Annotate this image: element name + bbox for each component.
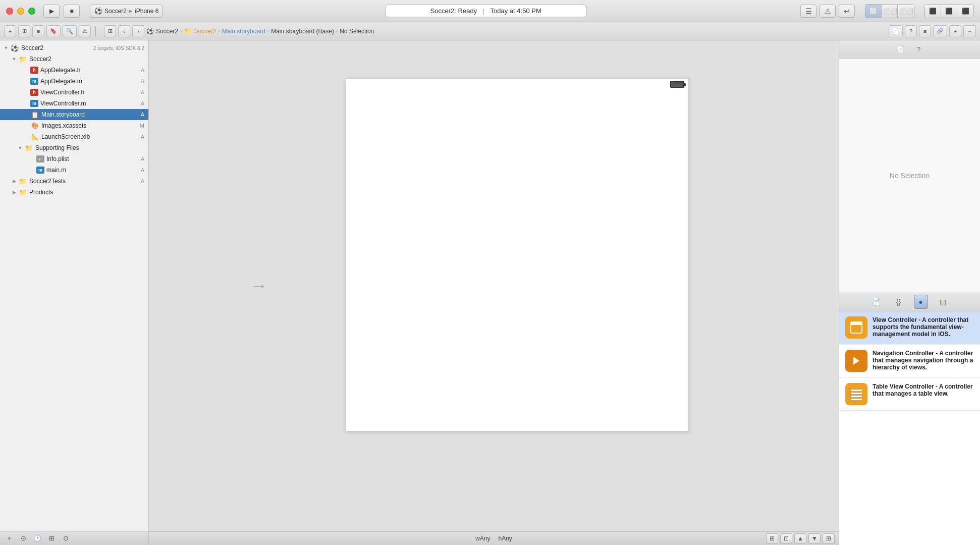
tree-item-soccer2-folder[interactable]: 📁 Soccer2 [0, 53, 148, 65]
add-plus-button[interactable]: → [963, 25, 976, 37]
iphone-frame[interactable] [346, 78, 689, 431]
breadcrumb-folder[interactable]: Soccer2 [194, 28, 216, 35]
bookmark-add-button[interactable]: + [949, 25, 961, 37]
tree-item-launchscreen[interactable]: 📐 LaunchScreen.xib A [0, 131, 148, 142]
object-library-toolbar: 📄 {} ● ▤ [839, 293, 980, 311]
file-tab[interactable]: 📄 [869, 295, 884, 309]
tree-item-viewcontroller-h[interactable]: h ViewController.h A [0, 87, 148, 98]
tree-label-appdelegate-m: AppDelegate.m [40, 78, 139, 85]
scheme-selector[interactable]: ⚽ Soccer2 ▶ iPhone 6 [90, 5, 163, 18]
tree-badge-viewcontroller-m: A [141, 100, 144, 106]
navigator-panel-button[interactable]: ⬛ [925, 5, 941, 18]
view-controller-item[interactable]: View Controller - A controller that supp… [839, 311, 980, 345]
bottom-zoom-fit-button[interactable]: ⊡ [780, 533, 792, 543]
breadcrumb-storyboard[interactable]: Main.storyboard [222, 28, 265, 35]
tree-item-main-storyboard[interactable]: 📋 Main.storyboard A [0, 109, 148, 120]
table-view-controller-item[interactable]: Table View Controller - A controller tha… [839, 378, 980, 411]
stop-button[interactable]: ■ [64, 5, 80, 18]
sidebar-recent-button[interactable]: 🕐 [32, 533, 42, 543]
tree-item-images-xcassets[interactable]: 🎨 Images.xcassets M [0, 120, 148, 131]
hierarchy-button[interactable]: ≡ [32, 25, 44, 37]
utilities-panel-button[interactable]: ⬛ [957, 5, 973, 18]
find-button[interactable]: 🔍 [63, 25, 77, 37]
project-icon: ⚽ [10, 44, 19, 52]
navigation-controller-item[interactable]: Navigation Controller - A controller tha… [839, 345, 980, 378]
svg-rect-6 [851, 399, 862, 400]
navigation-controller-info: Navigation Controller - A controller tha… [873, 350, 974, 372]
related-files-button[interactable]: ≡ [919, 25, 931, 37]
main-m-icon: m [36, 167, 44, 174]
add-button[interactable]: + [4, 25, 16, 37]
close-button[interactable] [6, 8, 13, 15]
right-panel: 📄 ? No Selection 📄 {} ● ▤ [839, 40, 980, 545]
run-button[interactable]: ▶ [43, 5, 60, 18]
status-time: Today at 4:50 PM [491, 7, 541, 15]
sidebar-bottom-bar: + ⊙ 🕐 ⊞ ⊙ [0, 531, 148, 545]
help-button[interactable]: ? [905, 25, 917, 37]
warning-button[interactable]: ⚠ [820, 5, 836, 18]
tree-item-products[interactable]: 📁 Products [0, 187, 148, 198]
titlebar-right: ☰ ⚠ ↩ ⬜ ⬜⬜ ⬜⬜ ⬛ ⬛ ⬛ [800, 4, 974, 18]
bookmark-button[interactable]: 🔖 [46, 25, 61, 37]
tree-item-supporting-files[interactable]: 📁 Supporting Files [0, 142, 148, 153]
appdelegate-m-icon: m [30, 78, 38, 85]
new-file-button[interactable]: 📄 [889, 25, 903, 37]
debug-panel-button[interactable]: ⬛ [941, 5, 957, 18]
filter-sidebar-button[interactable]: ⊙ [18, 533, 28, 543]
breadcrumb-back[interactable]: ‹ [118, 25, 130, 37]
breadcrumb-project[interactable]: Soccer2 [156, 28, 178, 35]
bottom-zoom-out-button[interactable]: ▼ [808, 533, 821, 543]
tree-label-main-storyboard: Main.storyboard [41, 111, 139, 118]
sidebar-view-button[interactable]: ⊞ [46, 533, 57, 543]
soccer2tests-icon: 📁 [18, 177, 27, 185]
back-forward-button[interactable]: ↩ [839, 5, 855, 18]
bottom-full-button[interactable]: ⊞ [823, 533, 835, 543]
file-inspector-tab[interactable]: 📄 [894, 43, 908, 56]
inspector-top-tabs: 📄 ? [839, 40, 980, 59]
fullscreen-button[interactable] [28, 8, 35, 15]
storyboard-icon: 📋 [30, 111, 39, 119]
object-library-tab[interactable]: ● [914, 295, 928, 309]
titlebar: ▶ ■ ⚽ Soccer2 ▶ iPhone 6 Soccer2: Ready … [0, 0, 980, 22]
breadcrumb-storyboard-base[interactable]: Main.storyboard (Base) [271, 28, 334, 35]
tree-item-viewcontroller-m[interactable]: m ViewController.m A [0, 98, 148, 109]
appdelegate-h-icon: h [30, 67, 38, 74]
tree-badge-main-storyboard: A [141, 112, 144, 118]
sidebar-localize-button[interactable]: ⊙ [61, 533, 71, 543]
bottom-layout-button[interactable]: ⊞ [766, 533, 778, 543]
tree-item-appdelegate-m[interactable]: m AppDelegate.m A [0, 76, 148, 87]
no-selection-text: No Selection [890, 172, 930, 180]
main-toolbar-controls: ▶ ■ [43, 5, 80, 18]
assistant-editor-button[interactable]: ⬜⬜ [882, 5, 898, 18]
standard-editor-button[interactable]: ⬜ [865, 5, 882, 18]
minimize-button[interactable] [17, 8, 24, 15]
tree-item-soccer2tests[interactable]: 📁 Soccer2Tests A [0, 176, 148, 187]
breadcrumb: ⊞ ‹ › ⚽ Soccer2 › 📁 Soccer2 › Main.story… [100, 25, 887, 37]
tree-label-root: Soccer2 [21, 44, 91, 51]
tree-item-info-plist[interactable]: P Info.plist A [0, 153, 148, 165]
tree-label-launchscreen: LaunchScreen.xib [41, 133, 139, 140]
assistant-button[interactable]: 🔗 [933, 25, 947, 37]
quick-help-tab[interactable]: ? [912, 43, 926, 56]
viewcontroller-h-icon: h [30, 89, 38, 96]
navigation-controller-icon [845, 350, 867, 372]
xib-icon: 📐 [30, 133, 39, 141]
version-editor-button[interactable]: ⬜⬜ [898, 5, 914, 18]
status-project: Soccer2: Ready [430, 7, 477, 15]
grid-view-button[interactable]: ⊞ [104, 25, 116, 37]
bottom-zoom-in-button[interactable]: ▲ [794, 533, 806, 543]
media-library-tab[interactable]: ▤ [936, 295, 950, 309]
supporting-folder-icon: 📁 [24, 144, 33, 152]
tree-item-root[interactable]: ⚽ Soccer2 2 targets, iOS SDK 8.2 [0, 42, 148, 53]
tree-item-main-m[interactable]: m main.m A [0, 165, 148, 176]
warning-nav-button[interactable]: ⚠ [79, 25, 91, 37]
tree-item-appdelegate-h[interactable]: h AppDelegate.h A [0, 65, 148, 76]
add-file-button[interactable]: + [4, 533, 14, 543]
divider [95, 26, 96, 36]
breadcrumb-forward[interactable]: › [132, 25, 144, 37]
entry-arrow: → [250, 275, 268, 296]
quick-help-obj-tab[interactable]: {} [892, 295, 906, 309]
storyboard-canvas[interactable]: → [149, 40, 839, 531]
filter-button[interactable]: ⊞ [18, 25, 30, 37]
layout-button[interactable]: ☰ [800, 5, 816, 18]
